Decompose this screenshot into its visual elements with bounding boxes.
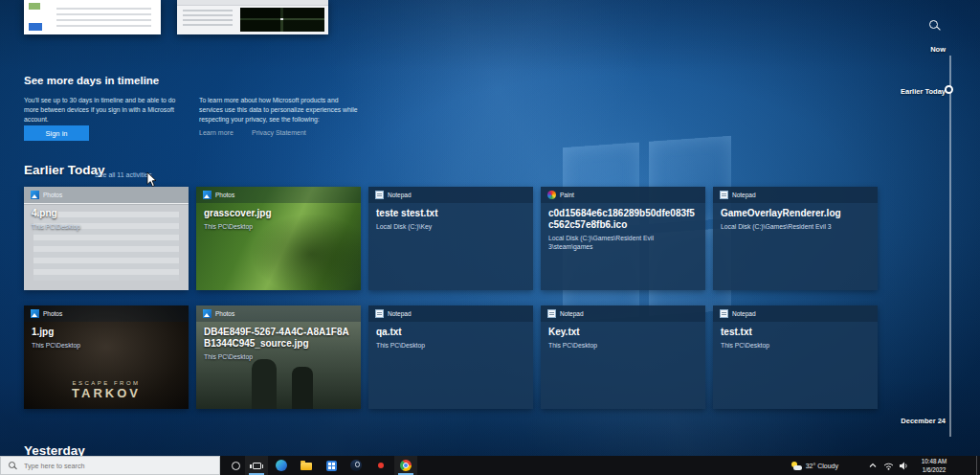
search-input[interactable] (24, 457, 215, 474)
show-desktop-button[interactable] (976, 456, 980, 475)
card-app-name: Photos (43, 192, 62, 198)
taskbar-app-store[interactable] (320, 456, 343, 475)
card-body: GameOverlayRenderer.log Local Disk (C:)\… (713, 203, 878, 231)
card-title: Key.txt (548, 327, 698, 338)
card-header: Photos (24, 305, 189, 322)
taskbar-weather-widget[interactable]: 32° Cloudy (791, 456, 838, 475)
card-title: grasscover.jpg (204, 208, 353, 219)
rail-label-now: Now (930, 45, 946, 54)
app-icon (203, 191, 212, 199)
taskbar-clock[interactable]: 10:48 AM 1/6/2022 (913, 456, 955, 475)
taskbar-app-steam[interactable] (345, 456, 368, 475)
activity-card[interactable]: Photos 4.png This PC\Desktop (24, 187, 189, 290)
clock-time: 10:48 AM (922, 457, 947, 465)
card-body: 4.png This PC\Desktop (24, 203, 189, 231)
window-thumbnail-2[interactable] (177, 0, 328, 34)
card-title: 1.jpg (32, 327, 181, 338)
card-app-name: Notepad (388, 192, 412, 198)
card-header: Paint (541, 187, 705, 203)
taskbar-app-opera[interactable] (369, 456, 392, 475)
timeline-scrubber-track[interactable] (949, 56, 951, 437)
activity-card[interactable]: ESCAPE FROMTARKOV Photos 1.jpg This PC\D… (24, 305, 189, 409)
card-header: Notepad (541, 305, 705, 322)
activity-card[interactable]: Notepad test.txt This PC\Desktop (713, 305, 878, 409)
card-path: This PC\Desktop (204, 222, 353, 231)
card-title: 4.png (32, 208, 181, 219)
card-body: c0d15684e6c186289b50dfe083f5c562c57e8fb6… (541, 203, 705, 251)
activity-card[interactable]: Photos DB4E849F-5267-4A4C-A8A1F8AB1344C9… (196, 305, 361, 409)
taskbar-app-chrome[interactable] (394, 456, 417, 475)
card-header: Photos (196, 187, 361, 203)
app-icon (375, 309, 384, 318)
card-path: Local Disk (C:)\Games\Resident Evil 3\st… (548, 234, 698, 251)
activity-card[interactable]: Paint c0d15684e6c186289b50dfe083f5c562c5… (541, 187, 705, 290)
tray-show-hidden-icons-button[interactable] (865, 456, 880, 475)
card-header: Photos (196, 305, 361, 322)
card-header: Notepad (368, 187, 533, 203)
timeline-task-view: Now Earlier Today December 24 See more d… (0, 0, 980, 475)
section-earlier-today-title: Earlier Today (24, 163, 105, 177)
card-path: Local Disk (C:)\Games\Resident Evil 3 (721, 222, 870, 231)
card-app-name: Notepad (732, 310, 756, 317)
activity-card[interactable]: Notepad qa.txt This PC\Desktop (368, 305, 533, 409)
thumbnail-content (56, 8, 151, 27)
privacy-statement-link[interactable]: Privacy Statement (252, 129, 306, 136)
rail-label-earlier-today: Earlier Today (901, 87, 946, 96)
thumbnail-content (183, 10, 233, 29)
promo-left-text: You'll see up to 30 days in timeline and… (24, 96, 189, 125)
card-body: test.txt This PC\Desktop (713, 322, 878, 350)
card-header: Notepad (713, 187, 878, 203)
thumbnail-content (177, 0, 328, 6)
edge-icon (276, 460, 287, 471)
sign-in-button[interactable]: Sign in (24, 125, 89, 141)
activity-card[interactable]: Notepad teste stest.txt Local Disk (C:)\… (368, 187, 533, 290)
window-thumbnail-1[interactable] (24, 0, 161, 34)
card-title: test.txt (721, 327, 870, 338)
opera-icon (378, 463, 384, 468)
activity-card[interactable]: Notepad Key.txt This PC\Desktop (541, 305, 705, 409)
tray-network-button[interactable] (880, 456, 896, 475)
card-title: teste stest.txt (376, 208, 525, 219)
wifi-icon (883, 462, 894, 470)
card-title: c0d15684e6c186289b50dfe083f5c562c57e8fb6… (548, 208, 698, 231)
weather-cloudy-icon (791, 462, 802, 470)
search-icon (929, 20, 938, 29)
promo-title: See more days in timeline (24, 75, 159, 86)
taskbar-app-file-explorer[interactable] (295, 456, 318, 475)
app-icon (203, 309, 212, 318)
taskbar-search-box[interactable] (0, 456, 220, 475)
steam-icon (350, 460, 362, 471)
see-all-activities-link[interactable]: See all 11 activities (95, 171, 151, 178)
microsoft-store-icon (326, 461, 337, 471)
timeline-search-button[interactable] (929, 20, 943, 34)
card-title: GameOverlayRenderer.log (721, 208, 870, 219)
timeline-scrubber-handle[interactable] (945, 85, 953, 94)
speaker-icon (899, 462, 908, 470)
card-path: Local Disk (C:)\Key (376, 222, 525, 231)
tray-volume-button[interactable] (896, 456, 911, 475)
card-app-name: Notepad (732, 192, 756, 198)
app-icon (375, 191, 384, 199)
card-body: qa.txt This PC\Desktop (368, 322, 533, 350)
chrome-icon (400, 460, 412, 471)
thumbnail-content (240, 8, 324, 32)
activity-card[interactable]: Photos grasscover.jpg This PC\Desktop (196, 187, 361, 290)
clock-date: 1/6/2022 (923, 465, 947, 474)
cortana-button[interactable] (224, 456, 247, 475)
taskbar-app-edge[interactable] (270, 456, 293, 475)
card-app-name: Notepad (560, 310, 584, 317)
app-icon (720, 309, 728, 318)
rail-label-december-24: December 24 (901, 417, 946, 425)
mouse-cursor (146, 171, 157, 188)
card-app-name: Notepad (388, 310, 412, 317)
file-explorer-icon (301, 463, 312, 470)
app-icon (31, 309, 39, 318)
task-view-button[interactable] (245, 456, 268, 475)
app-icon (720, 191, 728, 199)
card-app-name: Photos (215, 310, 234, 317)
card-header: Photos (24, 187, 189, 203)
activity-grid-row-1: Photos 4.png This PC\Desktop Photos gras… (24, 187, 878, 290)
task-view-icon (253, 463, 261, 469)
activity-card[interactable]: Notepad GameOverlayRenderer.log Local Di… (713, 187, 878, 290)
learn-more-link[interactable]: Learn more (199, 129, 234, 136)
